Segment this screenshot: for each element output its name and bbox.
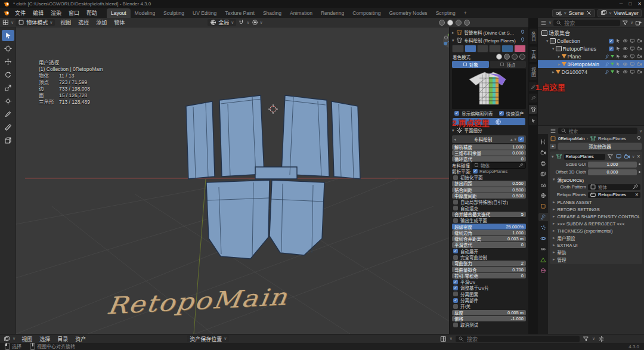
eye-icon[interactable]: [623, 54, 628, 59]
menu-item[interactable]: 窗口: [65, 8, 83, 18]
unlink-icon[interactable]: [586, 10, 592, 16]
camera-icon[interactable]: [637, 61, 642, 67]
properties-tab-particles[interactable]: [538, 224, 548, 232]
camera-icon[interactable]: [637, 69, 642, 75]
expand-icon[interactable]: ▾: [552, 47, 555, 51]
cloth-tool-button[interactable]: [465, 45, 476, 52]
asset-search-input[interactable]: 搜索: [456, 336, 580, 342]
workspace-tab[interactable]: Animation: [286, 8, 317, 18]
expand-icon[interactable]: ▾: [546, 39, 549, 44]
animate-dot-icon[interactable]: [639, 171, 640, 173]
apply-checkbox[interactable]: ✓: [518, 137, 524, 142]
scale-tool[interactable]: [2, 82, 14, 94]
camera-icon[interactable]: [637, 38, 642, 44]
properties-tab-tool[interactable]: [538, 138, 548, 146]
filter-icon[interactable]: [622, 20, 628, 26]
sidebar-tab[interactable]: 条目: [530, 29, 537, 44]
outliner-row[interactable]: ▾Collection✓: [538, 37, 644, 45]
asset-library-dropdown[interactable]: 资产保存位置∨: [187, 335, 229, 342]
add-modifier-button[interactable]: 添加修改器: [558, 143, 642, 150]
workspace-tab[interactable]: Rendering: [317, 8, 348, 18]
params-header[interactable]: ◂ 布料绘制 ▴ ▾ ✓: [452, 135, 526, 143]
param-slider[interactable]: 缝纫合并距离0.003 m: [452, 236, 526, 241]
workspace-tab[interactable]: Modeling: [131, 8, 160, 18]
param-slider[interactable]: 合并缝合最大迭代5: [452, 212, 526, 217]
eye-icon[interactable]: [623, 46, 628, 51]
cloth-preview[interactable]: [452, 69, 526, 109]
select-box-icon[interactable]: [615, 38, 621, 44]
measure-tool[interactable]: [2, 122, 14, 133]
select-box-icon[interactable]: [615, 54, 621, 59]
outliner-search-input[interactable]: 搜索: [553, 20, 620, 26]
section-header[interactable]: ▸CREASE & SHARP DENSITY CONTROL: [552, 213, 640, 220]
field-slider[interactable]: 0.000: [588, 169, 637, 175]
sidebar-addon-tab[interactable]: [529, 116, 537, 125]
section-header[interactable]: ▸PLANES ASSIST: [552, 199, 640, 206]
cloth-pattern-pieces[interactable]: [186, 95, 360, 259]
solid-shading-icon[interactable]: [447, 20, 453, 26]
retopo-planes-field[interactable]: RetopoPlanes ✕: [588, 192, 640, 198]
shade-dark-icon[interactable]: [512, 54, 518, 60]
cloth-pattern-field[interactable]: 物体: [588, 184, 640, 190]
eye-icon[interactable]: [623, 69, 628, 75]
modifier-header[interactable]: ▾ RetopoPlanes ∨ ✕: [552, 153, 640, 160]
add-cube-tool[interactable]: [2, 135, 14, 146]
select-box-icon[interactable]: [615, 69, 621, 75]
source-section-header[interactable]: ▾源(SOURCE): [552, 176, 640, 183]
annotate-tool[interactable]: [2, 109, 14, 120]
close-icon[interactable]: ✕: [637, 154, 640, 159]
workspace-tab[interactable]: UV Editing: [188, 8, 221, 18]
workspace-tab[interactable]: Scripting: [432, 8, 460, 18]
move-tool[interactable]: [2, 56, 14, 67]
sidebar-tab[interactable]: 工具: [530, 47, 537, 62]
material-shading-icon[interactable]: [456, 20, 462, 26]
viewport-menu-item[interactable]: 物体: [110, 17, 128, 27]
section-header[interactable]: ▸>>> SUBDIV & REPROJECT <<<: [552, 220, 640, 227]
properties-tab-physics[interactable]: [538, 234, 548, 243]
gear-icon[interactable]: [598, 336, 605, 342]
editor-type-icon[interactable]: [2, 19, 9, 26]
maximize-button[interactable]: □: [628, 1, 631, 7]
param-slider[interactable]: 三维布料余量0.000: [452, 150, 526, 156]
field-slider[interactable]: 1.000: [588, 162, 637, 168]
cloth-tool-button[interactable]: [501, 45, 513, 52]
param-slider[interactable]: 解析精度1.000: [452, 144, 526, 150]
cloth-tool-button[interactable]: [452, 45, 464, 52]
rotate-tool[interactable]: [2, 69, 14, 80]
monitor-icon[interactable]: [630, 38, 635, 44]
monitor-icon[interactable]: [630, 69, 635, 75]
shade-white-icon[interactable]: [496, 54, 502, 60]
select-box-icon[interactable]: [615, 61, 621, 67]
monitor-icon[interactable]: [630, 61, 635, 67]
asset-browser-icon[interactable]: [4, 336, 10, 342]
pin-icon[interactable]: [519, 37, 526, 44]
realtime-toggle-icon[interactable]: [615, 153, 622, 160]
transform-tool[interactable]: [2, 95, 14, 107]
param-slider[interactable]: 循环迭代0: [452, 156, 526, 162]
chevron-down-icon[interactable]: ∨: [632, 154, 635, 159]
cloth-tool-button[interactable]: [489, 45, 501, 52]
workspace-tab[interactable]: Compositing: [348, 8, 385, 18]
close-button[interactable]: ✕: [637, 1, 642, 7]
workspace-tab[interactable]: Texture Paint: [221, 8, 259, 18]
smart-cloth-panel-header[interactable]: ▸ 智能布料 (Divine Cut Smart cloth): [451, 29, 527, 36]
param-slider[interactable]: 弯曲量拟合0.700: [452, 267, 526, 272]
menu-item[interactable]: 渲染: [47, 8, 65, 18]
cursor-tool[interactable]: [2, 43, 14, 54]
thumbnail-list-checkbox[interactable]: ✓显示缩略图列表: [453, 110, 493, 117]
dropper-icon[interactable]: [519, 163, 524, 168]
param-slider[interactable]: 中厚度间距0.500: [452, 193, 526, 199]
render-toggle-icon[interactable]: [624, 153, 630, 160]
shade-texture-icon[interactable]: [519, 54, 525, 60]
param-slider[interactable]: 厚度0.005 m: [452, 310, 526, 315]
object-field[interactable]: 物体: [472, 162, 526, 169]
arrow-down-icon[interactable]: ▾: [514, 137, 516, 142]
expand-icon[interactable]: ▸: [558, 54, 561, 59]
select-box-tool[interactable]: [2, 30, 14, 41]
section-header[interactable]: ▸用户预设: [552, 234, 640, 241]
outliner-row[interactable]: ▸Plane: [538, 52, 644, 60]
shade-matcap-icon[interactable]: [504, 54, 510, 60]
eyedropper-icon[interactable]: [632, 184, 639, 190]
properties-tab-render[interactable]: [538, 148, 548, 157]
param-slider[interactable]: 拉引-零松弛0: [452, 273, 526, 278]
